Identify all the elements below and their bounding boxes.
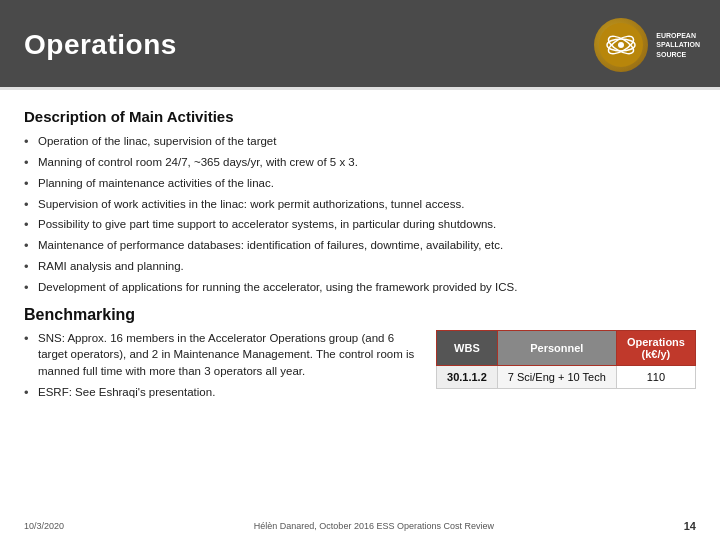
list-item: •Development of applications for running… [24,279,696,298]
list-item: •ESRF: See Eshraqi's presentation. [24,384,426,403]
table-cell-ops: 110 [616,365,695,388]
list-item: •SNS: Approx. 16 members in the Accelera… [24,330,426,380]
footer-date: 10/3/2020 [24,521,64,531]
logo-area: EUROPEAN SPALLATION SOURCE [594,18,700,72]
table-cell-personnel: 7 Sci/Eng + 10 Tech [497,365,616,388]
table-header-personnel: Personnel [497,330,616,365]
list-item: •Maintenance of performance databases: i… [24,237,696,256]
list-item: •Manning of control room 24/7, ~365 days… [24,154,696,173]
footer-citation: Hélèn Danared, October 2016 ESS Operatio… [254,521,494,531]
list-item: •Operation of the linac, supervision of … [24,133,696,152]
ess-logo [594,18,648,72]
main-bullet-list: •Operation of the linac, supervision of … [24,133,696,298]
table-cell-wbs: 30.1.1.2 [437,365,498,388]
footer-page: 14 [684,520,696,532]
table-row: 30.1.1.2 7 Sci/Eng + 10 Tech 110 [437,365,696,388]
list-item: •RAMI analysis and planning. [24,258,696,277]
table-header-wbs: WBS [437,330,498,365]
list-item: •Possibility to give part time support t… [24,216,696,235]
header: Operations EUROPEAN SPALLATION SOURCE [0,0,720,90]
description-title: Description of Main Activities [24,108,696,125]
logo-text: EUROPEAN SPALLATION SOURCE [656,31,700,58]
footer: 10/3/2020 Hélèn Danared, October 2016 ES… [24,520,696,532]
bottom-section: •SNS: Approx. 16 members in the Accelera… [24,330,696,409]
page-title: Operations [24,29,177,61]
table-header-ops: Operations(k€/y) [616,330,695,365]
list-item: •Planning of maintenance activities of t… [24,175,696,194]
benchmarking-table: WBS Personnel Operations(k€/y) 30.1.1.2 … [436,330,696,389]
benchmarking-title: Benchmarking [24,306,696,324]
svg-point-4 [618,42,624,48]
main-content: Description of Main Activities •Operatio… [0,90,720,421]
list-item: •Supervision of work activities in the l… [24,196,696,215]
benchmarking-bullets: •SNS: Approx. 16 members in the Accelera… [24,330,426,409]
